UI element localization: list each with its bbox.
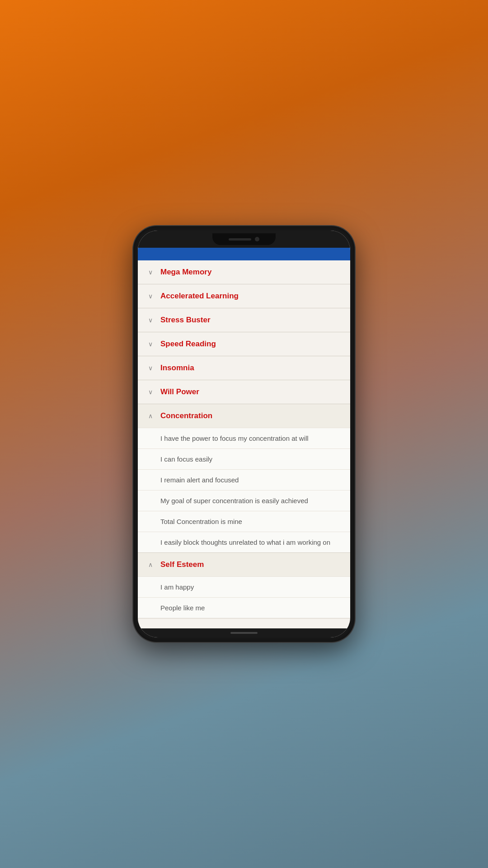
chevron-down-icon: ∨ bbox=[146, 363, 155, 373]
speaker bbox=[229, 238, 251, 241]
phone-frame: ∨Mega Memory∨Accelerated Learning∨Stress… bbox=[133, 226, 355, 642]
item-label-accelerated-learning: Accelerated Learning bbox=[160, 292, 239, 301]
chevron-up-icon: ∧ bbox=[146, 560, 155, 569]
phone-screen: ∨Mega Memory∨Accelerated Learning∨Stress… bbox=[138, 231, 350, 637]
sub-item: My goal of super concentration is easily… bbox=[138, 490, 350, 511]
item-label-concentration: Concentration bbox=[160, 411, 212, 420]
item-label-stress-buster: Stress Buster bbox=[160, 316, 211, 325]
chevron-down-icon: ∨ bbox=[146, 268, 155, 277]
sub-item: People like me bbox=[138, 597, 350, 618]
home-indicator bbox=[230, 632, 258, 634]
list-item-header-accelerated-learning[interactable]: ∨Accelerated Learning bbox=[138, 284, 350, 308]
item-label-speed-reading: Speed Reading bbox=[160, 340, 216, 349]
list-item-stress-buster: ∨Stress Buster bbox=[138, 308, 350, 332]
item-label-mega-memory: Mega Memory bbox=[160, 268, 211, 277]
list-item-mega-memory: ∨Mega Memory bbox=[138, 260, 350, 284]
list-item-header-self-esteem[interactable]: ∧Self Esteem bbox=[138, 553, 350, 576]
list-item-header-insomnia[interactable]: ∨Insomnia bbox=[138, 356, 350, 380]
status-bar bbox=[138, 231, 350, 248]
list-item-concentration: ∧ConcentrationI have the power to focus … bbox=[138, 404, 350, 553]
notch bbox=[212, 233, 276, 245]
list-item-header-concentration[interactable]: ∧Concentration bbox=[138, 404, 350, 428]
chevron-down-icon: ∨ bbox=[146, 292, 155, 301]
list-item-accelerated-learning: ∨Accelerated Learning bbox=[138, 284, 350, 308]
sub-item: I am happy bbox=[138, 576, 350, 597]
chevron-down-icon: ∨ bbox=[146, 387, 155, 396]
app-header bbox=[138, 248, 350, 260]
list-item-header-speed-reading[interactable]: ∨Speed Reading bbox=[138, 332, 350, 356]
item-label-will-power: Will Power bbox=[160, 387, 199, 396]
item-label-insomnia: Insomnia bbox=[160, 363, 194, 373]
list-item-self-esteem: ∧Self EsteemI am happyPeople like me bbox=[138, 553, 350, 618]
sub-item: I easily block thoughts unrelated to wha… bbox=[138, 532, 350, 552]
sub-item: I can focus easily bbox=[138, 448, 350, 469]
list-item-speed-reading: ∨Speed Reading bbox=[138, 332, 350, 356]
sub-items-self-esteem: I am happyPeople like me bbox=[138, 576, 350, 618]
sub-item: Total Concentration is mine bbox=[138, 511, 350, 532]
list-item-header-mega-memory[interactable]: ∨Mega Memory bbox=[138, 260, 350, 284]
bottom-bar bbox=[138, 628, 350, 637]
list-item-header-will-power[interactable]: ∨Will Power bbox=[138, 380, 350, 404]
chevron-down-icon: ∨ bbox=[146, 340, 155, 349]
sub-item: I have the power to focus my concentrati… bbox=[138, 428, 350, 448]
app-content: ∨Mega Memory∨Accelerated Learning∨Stress… bbox=[138, 260, 350, 628]
list-item-header-stress-buster[interactable]: ∨Stress Buster bbox=[138, 308, 350, 332]
list-item-will-power: ∨Will Power bbox=[138, 380, 350, 404]
chevron-down-icon: ∨ bbox=[146, 316, 155, 325]
sub-item: I remain alert and focused bbox=[138, 469, 350, 490]
chevron-up-icon: ∧ bbox=[146, 411, 155, 420]
list-item-insomnia: ∨Insomnia bbox=[138, 356, 350, 380]
sub-items-concentration: I have the power to focus my concentrati… bbox=[138, 428, 350, 552]
item-label-self-esteem: Self Esteem bbox=[160, 560, 204, 569]
camera bbox=[255, 237, 259, 241]
